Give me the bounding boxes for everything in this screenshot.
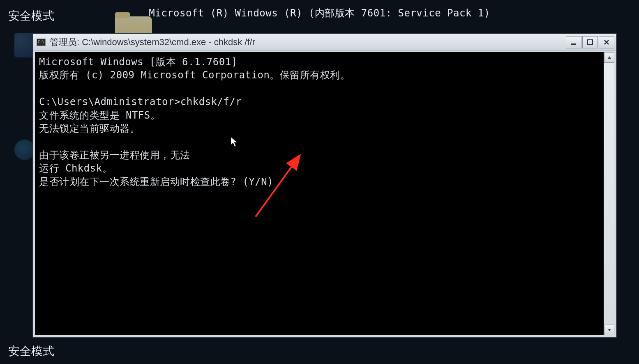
titlebar[interactable]: C:\ 管理员: C:\windows\system32\cmd.exe - c… xyxy=(33,34,616,50)
window-controls xyxy=(566,36,614,48)
safe-mode-label-top: 安全模式 xyxy=(8,8,54,24)
desktop-icon xyxy=(14,33,35,57)
scroll-down-button[interactable] xyxy=(604,325,614,335)
vertical-scrollbar[interactable] xyxy=(604,52,614,335)
cmd-icon: C:\ xyxy=(37,39,46,46)
console-container: Microsoft Windows [版本 6.1.7601] 版权所有 (c)… xyxy=(33,50,616,337)
svg-rect-1 xyxy=(588,40,593,45)
chevron-up-icon xyxy=(607,56,611,59)
svg-rect-0 xyxy=(571,43,576,45)
close-button[interactable] xyxy=(599,36,614,48)
close-icon xyxy=(604,39,609,45)
minimize-icon xyxy=(571,39,577,45)
scroll-up-button[interactable] xyxy=(604,52,614,63)
maximize-button[interactable] xyxy=(582,36,598,48)
cmd-icon-label: C:\ xyxy=(38,40,44,44)
maximize-icon xyxy=(587,39,593,45)
windows-build-info: Microsoft (R) Windows (R) (内部版本 7601: Se… xyxy=(149,7,490,20)
window-title: 管理员: C:\windows\system32\cmd.exe - chkds… xyxy=(50,36,566,48)
chevron-down-icon xyxy=(607,328,611,332)
minimize-button[interactable] xyxy=(566,36,581,48)
desktop-icon xyxy=(14,140,35,160)
safe-mode-label-bottom: 安全模式 xyxy=(8,343,54,359)
console-output[interactable]: Microsoft Windows [版本 6.1.7601] 版权所有 (c)… xyxy=(35,52,604,335)
cmd-window: C:\ 管理员: C:\windows\system32\cmd.exe - c… xyxy=(33,34,616,337)
